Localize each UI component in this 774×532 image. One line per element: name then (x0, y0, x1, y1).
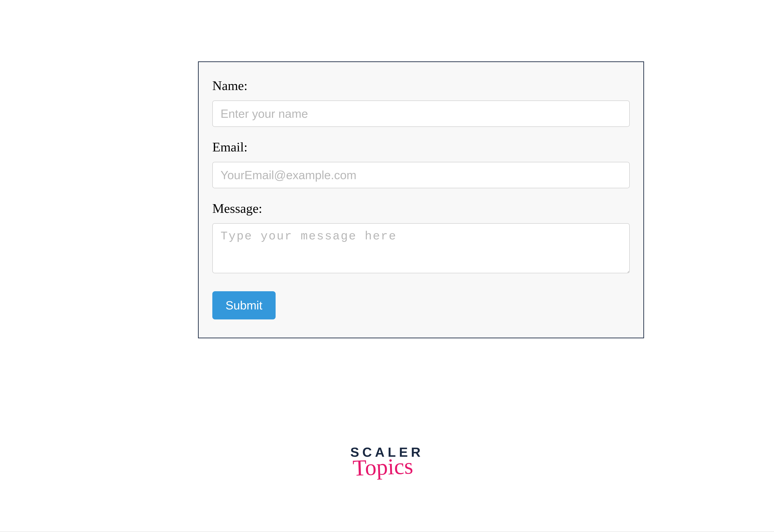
message-label: Message: (212, 201, 630, 216)
contact-form-panel: Name: Email: Message: Submit (198, 61, 644, 338)
page-canvas: Name: Email: Message: Submit SCALER Topi… (0, 0, 774, 532)
email-label: Email: (212, 139, 630, 155)
name-input[interactable] (212, 100, 630, 127)
logo-line2: Topics (353, 457, 413, 477)
message-group: Message: (212, 201, 630, 274)
email-input[interactable] (212, 162, 630, 188)
message-textarea[interactable] (212, 223, 630, 273)
scaler-topics-logo: SCALER Topics (350, 446, 423, 476)
name-group: Name: (212, 78, 630, 127)
email-group: Email: (212, 139, 630, 188)
name-label: Name: (212, 78, 630, 93)
submit-button[interactable]: Submit (212, 291, 276, 319)
